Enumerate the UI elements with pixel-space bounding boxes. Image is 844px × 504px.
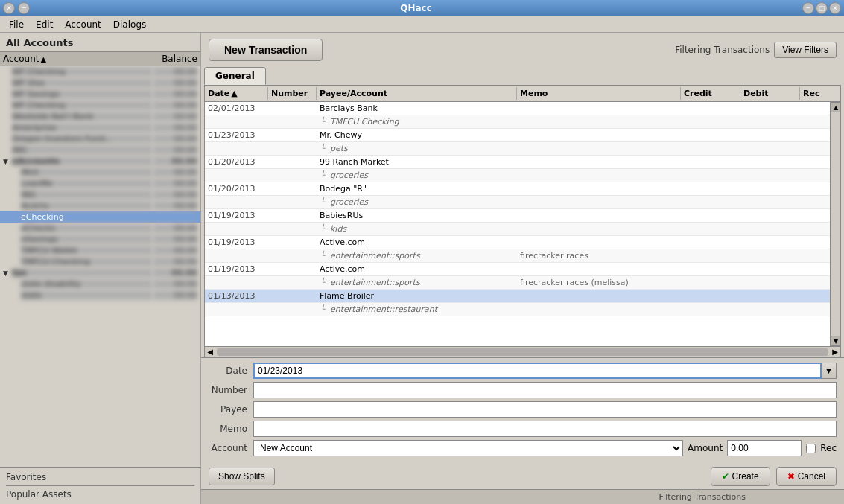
table-row[interactable]: └ groceries	[205, 169, 830, 182]
tree-item[interactable]: LoanMe00.00	[0, 178, 200, 189]
tab-general[interactable]: General	[204, 67, 266, 85]
col-account-header[interactable]: Account ▲	[3, 54, 145, 64]
tree-item[interactable]: WF Checking00.00	[0, 100, 200, 111]
amount-input[interactable]	[727, 440, 802, 456]
table-row[interactable]: └ pets	[205, 142, 830, 156]
scroll-up-button[interactable]: ▲	[831, 102, 840, 112]
table-row[interactable]: 01/13/2013 Flame Broiler	[205, 290, 830, 303]
table-row[interactable]: └ kids	[205, 223, 830, 236]
td-number	[268, 296, 317, 297]
maximize-button[interactable]: □	[816, 2, 828, 14]
table-row[interactable]: 01/23/2013 Mr. Chewy	[205, 129, 830, 142]
cancel-button[interactable]: ✖ Cancel	[776, 467, 837, 486]
table-row[interactable]: 02/01/2013 Barclays Bank	[205, 102, 830, 115]
hscroll-left-button[interactable]: ◀	[205, 348, 215, 356]
th-rec[interactable]: Rec	[800, 87, 830, 100]
tree-balance: 00.00	[153, 268, 197, 278]
tree-item[interactable]: TMFCU Checking00.00	[0, 256, 200, 267]
tree-item[interactable]: state00.00	[0, 290, 200, 301]
account-select[interactable]: New Account	[253, 440, 683, 456]
hscroll-bar[interactable]	[217, 348, 828, 356]
date-input[interactable]	[258, 366, 817, 376]
th-credit[interactable]: Credit	[681, 87, 740, 100]
table-row[interactable]: └ entertainment::sports firecracker race…	[205, 276, 830, 290]
tree-item[interactable]: eChecking	[0, 211, 200, 223]
th-debit[interactable]: Debit	[740, 87, 800, 100]
table-row[interactable]: 01/19/2013 Active.com	[205, 236, 830, 249]
split-indent-icon: └	[320, 224, 330, 234]
tree-item[interactable]: Mint00.00	[0, 167, 200, 178]
scroll-down-button[interactable]: ▼	[831, 336, 840, 346]
view-filters-button[interactable]: View Filters	[774, 42, 837, 58]
create-button[interactable]: ✔ Create	[711, 467, 770, 486]
td-credit	[681, 135, 740, 136]
tree-item[interactable]: ING00.00	[0, 144, 200, 156]
tree-item[interactable]: ING00.00	[0, 189, 200, 200]
close-button[interactable]: ✕	[3, 2, 15, 14]
menu-file[interactable]: File	[3, 18, 30, 31]
sidebar: All Accounts Account ▲ Balance WF Checki…	[0, 33, 201, 504]
tree-item[interactable]: ▼tax00.00	[0, 267, 200, 278]
tree-balance: 00.00	[153, 235, 197, 244]
min-button[interactable]: ─	[18, 2, 30, 14]
table-row[interactable]: └ groceries	[205, 196, 830, 209]
tree-item[interactable]: WF Checking00.00	[0, 66, 200, 77]
td-payee: Barclays Bank	[317, 103, 517, 114]
tree-item[interactable]: state disability00.00	[0, 278, 200, 290]
tree-balance: 00.00	[153, 190, 197, 200]
date-dropdown-button[interactable]: ▼	[822, 363, 837, 379]
td-split-payee: └ TMFCU Checking	[317, 116, 517, 127]
tree-item[interactable]: WF Visa00.00	[0, 77, 200, 89]
table-row[interactable]: └ TMFCU Checking	[205, 115, 830, 129]
th-number[interactable]: Number	[268, 87, 317, 100]
tree-item[interactable]: WF Savings00.00	[0, 89, 200, 100]
rec-checkbox[interactable]	[806, 444, 816, 453]
table-row[interactable]: 01/20/2013 Bodega "R"	[205, 182, 830, 196]
vertical-scrollbar[interactable]: ▲ ▼	[830, 102, 840, 346]
menu-edit[interactable]: Edit	[30, 18, 59, 31]
new-transaction-button[interactable]: New Transaction	[209, 39, 323, 61]
tree-label: Mint	[21, 168, 153, 177]
memo-input[interactable]	[253, 421, 837, 437]
tree-label: eAccounts	[12, 156, 153, 166]
table-row[interactable]: 01/20/2013 99 Ranch Market	[205, 156, 830, 169]
number-input[interactable]	[253, 382, 837, 398]
show-splits-button[interactable]: Show Splits	[209, 468, 275, 485]
tree-item[interactable]: Westside Nat'l Bank00.00	[0, 111, 200, 122]
th-payee[interactable]: Payee/Account	[317, 87, 517, 100]
hscroll-right-button[interactable]: ▶	[830, 348, 840, 356]
tree-item[interactable]: ▼eAccounts00.00	[0, 156, 200, 167]
sidebar-footer: Favorites Popular Assets	[0, 467, 200, 504]
date-input-wrap[interactable]	[253, 363, 822, 379]
tree-item[interactable]: eChecks00.00	[0, 223, 200, 234]
window-close-button[interactable]: ✕	[829, 2, 841, 14]
favorites-item[interactable]: Favorites	[6, 470, 194, 484]
tree-item[interactable]: Oregon Investors Fund...00.00	[0, 133, 200, 144]
table-row[interactable]: 01/19/2013 Active.com	[205, 263, 830, 276]
horizontal-scrollbar[interactable]: ◀ ▶	[205, 346, 840, 357]
table-row[interactable]: └ entertainment::restaurant	[205, 303, 830, 316]
td-rec	[800, 242, 830, 243]
td-split-payee: └ entertainment::restaurant	[317, 304, 517, 315]
td-date: 01/20/2013	[205, 183, 268, 194]
tree-item[interactable]: eSavings00.00	[0, 234, 200, 245]
th-memo[interactable]: Memo	[517, 87, 681, 100]
table-row[interactable]: └ entertainment::sports firecracker race…	[205, 249, 830, 263]
popular-assets-item[interactable]: Popular Assets	[6, 488, 194, 501]
td-number	[268, 269, 317, 270]
td-number	[268, 202, 317, 203]
tree-item[interactable]: Acorns00.00	[0, 200, 200, 211]
table-scroll[interactable]: 02/01/2013 Barclays Bank └ TMFCU Checkin…	[205, 102, 830, 346]
td-date: 01/19/2013	[205, 237, 268, 248]
menu-dialogs[interactable]: Dialogs	[107, 18, 152, 31]
payee-input[interactable]	[253, 401, 837, 418]
table-row[interactable]: 01/19/2013 BabiesRUs	[205, 209, 830, 223]
minimize-button[interactable]: ─	[802, 2, 814, 14]
tree-item[interactable]: Ameriprise00.00	[0, 122, 200, 133]
account-tree[interactable]: WF Checking00.00WF Visa00.00WF Savings00…	[0, 66, 200, 467]
tree-label: LoanMe	[21, 179, 153, 188]
tree-label: WF Checking	[12, 101, 153, 110]
menu-account[interactable]: Account	[59, 18, 107, 31]
tree-item[interactable]: TMFCU Wallet00.00	[0, 245, 200, 256]
th-date[interactable]: Date ▲	[205, 87, 268, 100]
